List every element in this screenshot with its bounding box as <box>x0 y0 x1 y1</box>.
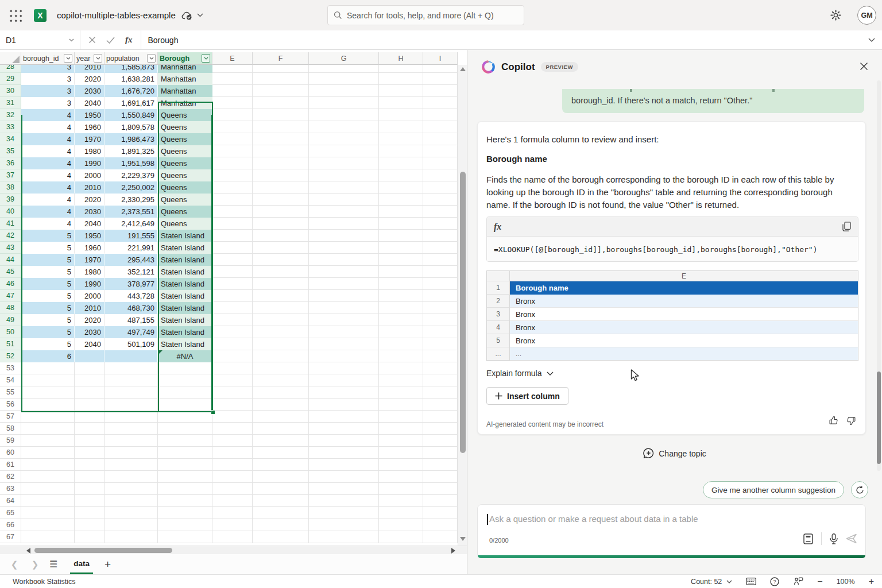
grid-cell[interactable] <box>309 97 379 109</box>
grid-cell[interactable] <box>253 242 309 254</box>
grid-cell[interactable] <box>158 399 212 411</box>
grid-cell[interactable]: 1,676,720 <box>105 85 158 97</box>
grid-cell[interactable] <box>379 471 423 483</box>
grid-cell[interactable] <box>158 495 212 507</box>
row-header[interactable]: 58 <box>0 423 21 435</box>
grid-cell[interactable] <box>212 230 253 242</box>
grid-cell[interactable] <box>379 483 423 495</box>
grid-cell[interactable] <box>423 133 458 145</box>
row-header[interactable]: 63 <box>0 483 21 495</box>
grid-cell[interactable]: 1950 <box>75 109 105 121</box>
grid-cell[interactable] <box>105 386 158 399</box>
grid-cell[interactable] <box>379 65 423 73</box>
borough-cell[interactable]: Staten Island <box>158 290 212 302</box>
workbook-statistics-button[interactable]: Workbook Statistics <box>13 578 76 586</box>
grid-cell[interactable]: 2040 <box>75 97 105 109</box>
grid-cell[interactable] <box>423 194 458 206</box>
grid-cell[interactable] <box>309 423 379 435</box>
row-header[interactable]: 66 <box>0 519 21 531</box>
grid-cell[interactable] <box>309 435 379 447</box>
grid-cell[interactable] <box>212 495 253 507</box>
grid-cell[interactable] <box>253 507 309 519</box>
grid-cell[interactable] <box>212 290 253 302</box>
grid-cell[interactable] <box>212 362 253 374</box>
grid-cell[interactable] <box>309 194 379 206</box>
grid-cell[interactable] <box>212 109 253 121</box>
grid-cell[interactable]: 2,250,002 <box>105 181 158 194</box>
grid-cell[interactable] <box>423 314 458 326</box>
grid-cell[interactable]: 5 <box>21 242 75 254</box>
grid-cell[interactable]: 1990 <box>75 278 105 290</box>
grid-cell[interactable] <box>105 362 158 374</box>
grid-cell[interactable] <box>423 230 458 242</box>
grid-cell[interactable] <box>212 121 253 133</box>
account-avatar[interactable]: GM <box>857 6 876 25</box>
grid-cell[interactable] <box>212 386 253 399</box>
grid-cell[interactable]: 2010 <box>75 181 105 194</box>
grid-cell[interactable] <box>253 218 309 230</box>
grid-cell[interactable] <box>253 435 309 447</box>
grid-cell[interactable] <box>105 411 158 423</box>
grid-cell[interactable] <box>212 206 253 218</box>
borough-cell[interactable]: Queens <box>158 109 212 121</box>
grid-cell[interactable] <box>309 495 379 507</box>
row-header[interactable]: 46 <box>0 278 21 290</box>
grid-cell[interactable] <box>423 266 458 278</box>
grid-cell[interactable] <box>379 495 423 507</box>
borough-cell[interactable]: Staten Island <box>158 266 212 278</box>
grid-cell[interactable] <box>423 350 458 362</box>
row-header[interactable]: 64 <box>0 495 21 507</box>
grid-cell[interactable] <box>423 483 458 495</box>
borough-cell[interactable]: Manhattan <box>158 65 212 73</box>
grid-cell[interactable] <box>423 519 458 531</box>
grid-cell[interactable] <box>379 302 423 314</box>
grid-cell[interactable] <box>379 374 423 386</box>
grid-cell[interactable] <box>75 447 105 459</box>
grid-cell[interactable]: 468,730 <box>105 302 158 314</box>
row-header[interactable]: 28 <box>0 65 21 73</box>
grid-cell[interactable] <box>253 145 309 157</box>
grid-cell[interactable] <box>423 399 458 411</box>
grid-cell[interactable] <box>253 399 309 411</box>
grid-cell[interactable] <box>21 495 75 507</box>
table-header-population[interactable]: population <box>105 52 158 65</box>
grid-cell[interactable] <box>309 206 379 218</box>
grid-cell[interactable] <box>309 338 379 350</box>
send-icon[interactable] <box>846 533 857 544</box>
grid-cell[interactable] <box>253 314 309 326</box>
row-header[interactable]: 31 <box>0 97 21 109</box>
grid-cell[interactable]: 2020 <box>75 73 105 85</box>
grid-cell[interactable] <box>75 507 105 519</box>
grid-cell[interactable] <box>309 362 379 374</box>
grid-cell[interactable] <box>379 399 423 411</box>
grid-cell[interactable]: 1,550,849 <box>105 109 158 121</box>
borough-cell[interactable]: Staten Island <box>158 326 212 338</box>
grid-cell[interactable] <box>253 65 309 73</box>
grid-cell[interactable] <box>379 85 423 97</box>
grid-cell[interactable]: 2000 <box>75 290 105 302</box>
grid-cell[interactable] <box>309 326 379 338</box>
grid-cell[interactable]: 4 <box>21 181 75 194</box>
grid-cell[interactable] <box>75 459 105 471</box>
grid-cell[interactable] <box>212 459 253 471</box>
grid-cell[interactable] <box>253 206 309 218</box>
grid-cell[interactable] <box>212 133 253 145</box>
grid-cell[interactable] <box>423 459 458 471</box>
settings-gear-icon[interactable] <box>830 10 841 21</box>
grid-cell[interactable] <box>423 145 458 157</box>
grid-cell[interactable] <box>309 242 379 254</box>
grid-cell[interactable] <box>21 531 75 543</box>
grid-cell[interactable] <box>309 290 379 302</box>
grid-cell[interactable] <box>253 290 309 302</box>
prompt-guide-icon[interactable] <box>803 533 813 544</box>
grid-cell[interactable]: 2030 <box>75 206 105 218</box>
row-header[interactable]: 42 <box>0 230 21 242</box>
microphone-icon[interactable] <box>830 533 838 544</box>
grid-cell[interactable] <box>21 423 75 435</box>
confirm-entry-icon[interactable] <box>106 37 115 44</box>
grid-cell[interactable] <box>105 374 158 386</box>
grid-cell[interactable] <box>309 266 379 278</box>
help-icon[interactable]: ? <box>770 577 779 586</box>
row-header[interactable]: 50 <box>0 326 21 338</box>
grid-cell[interactable]: 1,891,325 <box>105 145 158 157</box>
